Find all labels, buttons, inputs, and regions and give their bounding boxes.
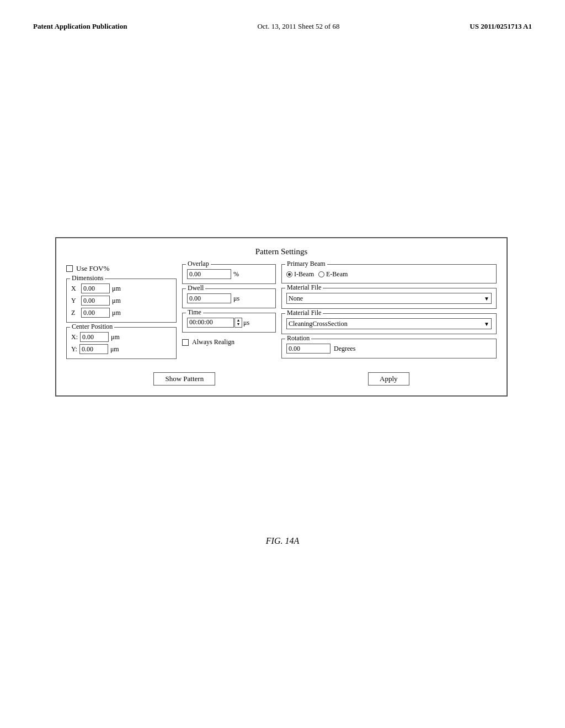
center-x-unit: μm bbox=[111, 333, 120, 341]
spinner-down-icon[interactable]: ▼ bbox=[237, 323, 241, 326]
dwell-input[interactable] bbox=[187, 293, 231, 303]
material-file-2-group: Material File CleaningCrossSection ▼ bbox=[281, 313, 497, 334]
dimension-z-input[interactable] bbox=[81, 308, 110, 318]
overlap-group: Overlap % bbox=[182, 264, 276, 284]
dimension-z-row: Z μm bbox=[71, 308, 172, 318]
pattern-settings-box: Pattern Settings Use FOV% Dimensions X μ… bbox=[55, 237, 508, 397]
material-file-2-dropdown[interactable]: CleaningCrossSection ▼ bbox=[286, 318, 492, 329]
primary-beam-group: Primary Beam I-Beam E-Beam bbox=[281, 264, 497, 283]
time-row: 00:00:00 ▲ ▼ μs bbox=[187, 318, 271, 328]
dropdown-arrow-icon: ▼ bbox=[484, 296, 489, 302]
material-file-1-label: Material File bbox=[285, 283, 323, 292]
material-file-2-label: Material File bbox=[285, 309, 323, 317]
figure-label: FIG. 14A bbox=[266, 536, 299, 546]
dwell-label: Dwell bbox=[186, 284, 205, 292]
center-position-label: Center Position bbox=[70, 323, 114, 331]
dimension-z-label: Z bbox=[71, 309, 79, 317]
rotation-row: Degrees bbox=[286, 344, 492, 354]
rotation-label: Rotation bbox=[285, 334, 311, 342]
material-file-1-group: Material File None ▼ bbox=[281, 288, 497, 309]
ps-middle-column: Overlap % Dwell μs Time bbox=[182, 264, 276, 363]
ps-right-column: Primary Beam I-Beam E-Beam Mat bbox=[281, 264, 497, 363]
page-header: Patent Application Publication Oct. 13, … bbox=[0, 22, 565, 31]
dimension-y-input[interactable] bbox=[81, 296, 110, 306]
use-fov-row: Use FOV% bbox=[66, 264, 177, 273]
use-fov-label: Use FOV% bbox=[76, 264, 109, 273]
dimension-x-unit: μm bbox=[112, 285, 121, 293]
dwell-unit: μs bbox=[233, 295, 239, 303]
ibeam-label: I-Beam bbox=[294, 270, 314, 279]
dimension-x-label: X bbox=[71, 285, 79, 293]
ebeam-radio[interactable] bbox=[318, 271, 324, 277]
center-pos-y-row: Y: μm bbox=[71, 344, 172, 354]
show-pattern-button[interactable]: Show Pattern bbox=[153, 372, 215, 386]
dimension-z-unit: μm bbox=[112, 309, 121, 317]
ibeam-radio[interactable] bbox=[286, 271, 292, 277]
dimension-y-label: Y bbox=[71, 297, 79, 305]
center-y-input[interactable] bbox=[79, 344, 108, 354]
dropdown-arrow-2-icon: ▼ bbox=[484, 321, 489, 327]
ibeam-radio-item[interactable]: I-Beam bbox=[286, 270, 314, 279]
dimension-x-input[interactable] bbox=[81, 283, 110, 293]
overlap-unit: % bbox=[233, 270, 239, 279]
center-pos-x-row: X: μm bbox=[71, 332, 172, 342]
rotation-input[interactable] bbox=[286, 344, 331, 354]
dwell-row: μs bbox=[187, 293, 271, 303]
dwell-group: Dwell μs bbox=[182, 288, 276, 308]
time-input[interactable]: 00:00:00 bbox=[187, 318, 234, 328]
always-realign-label: Always Realign bbox=[192, 338, 234, 346]
patent-number-label: US 2011/0251713 A1 bbox=[470, 22, 532, 31]
ebeam-radio-item[interactable]: E-Beam bbox=[318, 270, 348, 279]
overlap-input[interactable] bbox=[187, 269, 231, 279]
material-file-1-value: None bbox=[289, 295, 303, 303]
time-label: Time bbox=[186, 308, 203, 317]
primary-beam-radio-row: I-Beam E-Beam bbox=[286, 269, 492, 279]
ps-content: Use FOV% Dimensions X μm Y μm bbox=[66, 264, 497, 363]
apply-button[interactable]: Apply bbox=[368, 372, 409, 386]
center-x-label: X: bbox=[71, 333, 78, 341]
time-unit: μs bbox=[243, 319, 249, 327]
ps-left-column: Use FOV% Dimensions X μm Y μm bbox=[66, 264, 177, 363]
overlap-label: Overlap bbox=[186, 260, 211, 268]
dimensions-label: Dimensions bbox=[70, 274, 105, 282]
always-realign-row: Always Realign bbox=[182, 338, 276, 346]
time-group: Time 00:00:00 ▲ ▼ μs bbox=[182, 313, 276, 333]
use-fov-checkbox[interactable] bbox=[66, 265, 73, 272]
pattern-settings-dialog: Pattern Settings Use FOV% Dimensions X μ… bbox=[55, 237, 508, 397]
dimension-y-row: Y μm bbox=[71, 296, 172, 306]
center-position-group: Center Position X: μm Y: μm bbox=[66, 327, 177, 359]
center-y-label: Y: bbox=[71, 345, 77, 354]
center-y-unit: μm bbox=[110, 345, 119, 354]
ebeam-label: E-Beam bbox=[326, 270, 348, 279]
overlap-row: % bbox=[187, 269, 271, 279]
rotation-unit: Degrees bbox=[334, 345, 355, 353]
publication-label: Patent Application Publication bbox=[33, 22, 127, 31]
buttons-row: Show Pattern Apply bbox=[66, 372, 497, 386]
dimension-y-unit: μm bbox=[112, 297, 121, 305]
center-x-input[interactable] bbox=[80, 332, 109, 342]
always-realign-checkbox[interactable] bbox=[182, 339, 189, 346]
material-file-2-value: CleaningCrossSection bbox=[289, 320, 348, 328]
dimension-x-row: X μm bbox=[71, 283, 172, 293]
time-spinner[interactable]: ▲ ▼ bbox=[234, 318, 242, 328]
material-file-1-dropdown[interactable]: None ▼ bbox=[286, 293, 492, 304]
primary-beam-label: Primary Beam bbox=[285, 260, 327, 268]
date-sheet-label: Oct. 13, 2011 Sheet 52 of 68 bbox=[257, 22, 339, 31]
dialog-title: Pattern Settings bbox=[66, 247, 497, 256]
rotation-group: Rotation Degrees bbox=[281, 339, 497, 358]
dimensions-group: Dimensions X μm Y μm Z μm bbox=[66, 279, 177, 323]
